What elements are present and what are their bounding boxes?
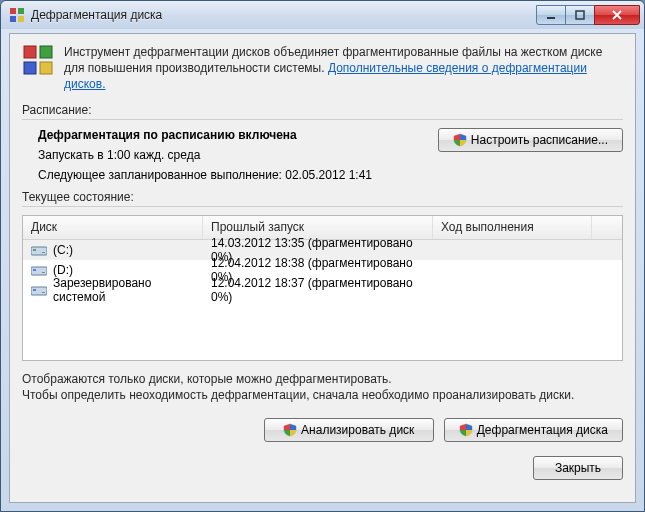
window-controls [537, 5, 640, 25]
info-banner: Инструмент дефрагментации дисков объедин… [22, 44, 623, 93]
hdd-icon [31, 244, 47, 256]
defrag-label: Дефрагментация диска [477, 423, 608, 437]
close-dialog-button[interactable]: Закрыть [533, 456, 623, 480]
note-text: Отображаются только диски, которые можно… [22, 371, 623, 405]
note-line1: Отображаются только диски, которые можно… [22, 371, 623, 388]
maximize-button[interactable] [565, 5, 595, 25]
window-frame: Дефрагментация диска [0, 0, 645, 512]
schedule-block: Дефрагментация по расписанию включена За… [22, 128, 623, 182]
info-text: Инструмент дефрагментации дисков объедин… [64, 44, 623, 93]
svg-rect-3 [18, 16, 24, 22]
schedule-run-at: Запускать в 1:00 кажд. среда [38, 148, 372, 162]
disk-name: (D:) [53, 263, 73, 277]
close-label: Закрыть [555, 461, 601, 475]
note-line2: Чтобы определить неоходимость дефрагмент… [22, 387, 623, 404]
svg-rect-6 [24, 46, 36, 58]
close-button[interactable] [594, 5, 640, 25]
svg-rect-12 [42, 252, 45, 253]
svg-rect-17 [33, 289, 36, 291]
col-header-spacer [592, 216, 622, 239]
defrag-large-icon [22, 44, 54, 76]
configure-schedule-button[interactable]: Настроить расписание... [438, 128, 623, 152]
schedule-details: Дефрагментация по расписанию включена За… [22, 128, 372, 182]
svg-rect-18 [42, 292, 45, 293]
schedule-status: Дефрагментация по расписанию включена [38, 128, 297, 142]
disk-name: Зарезервировано системой [53, 276, 195, 304]
divider [22, 206, 623, 207]
svg-rect-7 [40, 46, 52, 58]
schedule-next-run: Следующее запланированное выполнение: 02… [38, 168, 372, 182]
svg-rect-8 [24, 62, 36, 74]
titlebar[interactable]: Дефрагментация диска [1, 1, 644, 29]
svg-rect-2 [10, 16, 16, 22]
analyze-label: Анализировать диск [301, 423, 414, 437]
analyze-button[interactable]: Анализировать диск [264, 418, 434, 442]
svg-rect-1 [18, 8, 24, 14]
divider [22, 119, 623, 120]
table-row[interactable]: Зарезервировано системой 12.04.2012 18:3… [23, 280, 622, 300]
svg-rect-4 [547, 17, 555, 19]
shield-icon [453, 133, 467, 147]
window-title: Дефрагментация диска [31, 8, 537, 22]
defrag-button[interactable]: Дефрагментация диска [444, 418, 623, 442]
disk-name: (C:) [53, 243, 73, 257]
svg-rect-9 [40, 62, 52, 74]
configure-schedule-label: Настроить расписание... [471, 133, 608, 147]
schedule-label: Расписание: [22, 103, 623, 117]
svg-rect-15 [42, 272, 45, 273]
svg-rect-11 [33, 249, 36, 251]
hdd-icon [31, 284, 47, 296]
defrag-app-icon [9, 7, 25, 23]
table-body: (C:) 14.03.2012 13:35 (фрагментировано 0… [23, 240, 622, 300]
svg-rect-0 [10, 8, 16, 14]
svg-rect-14 [33, 269, 36, 271]
client-area: Инструмент дефрагментации дисков объедин… [9, 33, 636, 503]
shield-icon [459, 423, 473, 437]
current-state-label: Текущее состояние: [22, 190, 623, 204]
action-buttons: Анализировать диск Дефрагментация диска [22, 418, 623, 442]
close-row: Закрыть [22, 456, 623, 480]
disk-last-run: 12.04.2012 18:37 (фрагментировано 0%) [211, 276, 425, 304]
col-header-progress[interactable]: Ход выполнения [433, 216, 592, 239]
shield-icon [283, 423, 297, 437]
hdd-icon [31, 264, 47, 276]
col-header-disk[interactable]: Диск [23, 216, 203, 239]
minimize-button[interactable] [536, 5, 566, 25]
disk-table: Диск Прошлый запуск Ход выполнения (C:) … [22, 215, 623, 361]
svg-rect-5 [576, 11, 584, 19]
